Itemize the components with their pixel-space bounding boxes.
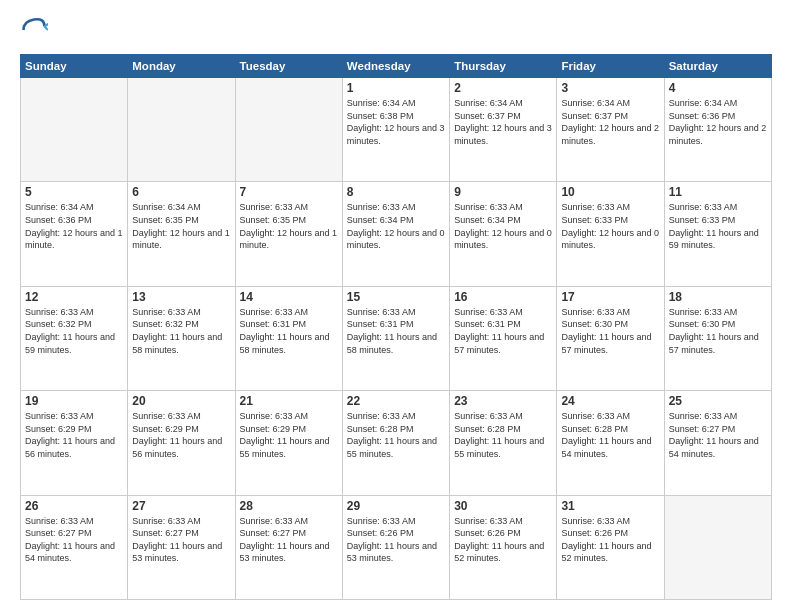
day-number: 31 [561,499,659,513]
day-cell: 6Sunrise: 6:34 AMSunset: 6:35 PMDaylight… [128,182,235,286]
day-cell: 15Sunrise: 6:33 AMSunset: 6:31 PMDayligh… [342,286,449,390]
day-info: Sunrise: 6:34 AMSunset: 6:35 PMDaylight:… [132,201,230,251]
day-cell: 14Sunrise: 6:33 AMSunset: 6:31 PMDayligh… [235,286,342,390]
day-cell: 18Sunrise: 6:33 AMSunset: 6:30 PMDayligh… [664,286,771,390]
day-cell: 19Sunrise: 6:33 AMSunset: 6:29 PMDayligh… [21,391,128,495]
day-number: 22 [347,394,445,408]
day-number: 27 [132,499,230,513]
day-cell: 21Sunrise: 6:33 AMSunset: 6:29 PMDayligh… [235,391,342,495]
day-cell [664,495,771,599]
day-info: Sunrise: 6:33 AMSunset: 6:30 PMDaylight:… [561,306,659,356]
day-cell: 25Sunrise: 6:33 AMSunset: 6:27 PMDayligh… [664,391,771,495]
day-cell [128,78,235,182]
week-row-4: 26Sunrise: 6:33 AMSunset: 6:27 PMDayligh… [21,495,772,599]
day-info: Sunrise: 6:33 AMSunset: 6:27 PMDaylight:… [669,410,767,460]
day-cell: 3Sunrise: 6:34 AMSunset: 6:37 PMDaylight… [557,78,664,182]
week-row-3: 19Sunrise: 6:33 AMSunset: 6:29 PMDayligh… [21,391,772,495]
day-info: Sunrise: 6:33 AMSunset: 6:29 PMDaylight:… [25,410,123,460]
day-info: Sunrise: 6:33 AMSunset: 6:27 PMDaylight:… [25,515,123,565]
day-info: Sunrise: 6:33 AMSunset: 6:31 PMDaylight:… [347,306,445,356]
calendar-table: SundayMondayTuesdayWednesdayThursdayFrid… [20,54,772,600]
day-info: Sunrise: 6:34 AMSunset: 6:36 PMDaylight:… [25,201,123,251]
day-info: Sunrise: 6:33 AMSunset: 6:26 PMDaylight:… [454,515,552,565]
logo [20,16,52,44]
day-number: 30 [454,499,552,513]
day-info: Sunrise: 6:33 AMSunset: 6:27 PMDaylight:… [240,515,338,565]
day-info: Sunrise: 6:33 AMSunset: 6:33 PMDaylight:… [669,201,767,251]
day-number: 2 [454,81,552,95]
day-number: 18 [669,290,767,304]
day-cell: 5Sunrise: 6:34 AMSunset: 6:36 PMDaylight… [21,182,128,286]
day-number: 9 [454,185,552,199]
day-cell: 20Sunrise: 6:33 AMSunset: 6:29 PMDayligh… [128,391,235,495]
day-number: 12 [25,290,123,304]
day-cell: 24Sunrise: 6:33 AMSunset: 6:28 PMDayligh… [557,391,664,495]
day-info: Sunrise: 6:33 AMSunset: 6:29 PMDaylight:… [132,410,230,460]
day-cell: 10Sunrise: 6:33 AMSunset: 6:33 PMDayligh… [557,182,664,286]
day-cell [21,78,128,182]
day-info: Sunrise: 6:33 AMSunset: 6:31 PMDaylight:… [454,306,552,356]
weekday-header-tuesday: Tuesday [235,55,342,78]
day-number: 1 [347,81,445,95]
day-cell: 23Sunrise: 6:33 AMSunset: 6:28 PMDayligh… [450,391,557,495]
day-number: 7 [240,185,338,199]
day-cell: 4Sunrise: 6:34 AMSunset: 6:36 PMDaylight… [664,78,771,182]
day-cell: 16Sunrise: 6:33 AMSunset: 6:31 PMDayligh… [450,286,557,390]
day-info: Sunrise: 6:33 AMSunset: 6:34 PMDaylight:… [454,201,552,251]
weekday-header-friday: Friday [557,55,664,78]
day-number: 3 [561,81,659,95]
day-number: 5 [25,185,123,199]
week-row-1: 5Sunrise: 6:34 AMSunset: 6:36 PMDaylight… [21,182,772,286]
weekday-header-thursday: Thursday [450,55,557,78]
day-number: 11 [669,185,767,199]
day-info: Sunrise: 6:33 AMSunset: 6:26 PMDaylight:… [561,515,659,565]
day-cell: 28Sunrise: 6:33 AMSunset: 6:27 PMDayligh… [235,495,342,599]
day-cell: 9Sunrise: 6:33 AMSunset: 6:34 PMDaylight… [450,182,557,286]
weekday-header-wednesday: Wednesday [342,55,449,78]
day-cell: 26Sunrise: 6:33 AMSunset: 6:27 PMDayligh… [21,495,128,599]
day-cell: 1Sunrise: 6:34 AMSunset: 6:38 PMDaylight… [342,78,449,182]
day-number: 24 [561,394,659,408]
day-info: Sunrise: 6:33 AMSunset: 6:27 PMDaylight:… [132,515,230,565]
day-cell: 13Sunrise: 6:33 AMSunset: 6:32 PMDayligh… [128,286,235,390]
day-number: 17 [561,290,659,304]
day-number: 26 [25,499,123,513]
weekday-header-sunday: Sunday [21,55,128,78]
day-cell: 17Sunrise: 6:33 AMSunset: 6:30 PMDayligh… [557,286,664,390]
day-info: Sunrise: 6:33 AMSunset: 6:28 PMDaylight:… [454,410,552,460]
day-info: Sunrise: 6:33 AMSunset: 6:33 PMDaylight:… [561,201,659,251]
day-number: 6 [132,185,230,199]
day-number: 25 [669,394,767,408]
weekday-header-monday: Monday [128,55,235,78]
day-info: Sunrise: 6:33 AMSunset: 6:28 PMDaylight:… [347,410,445,460]
day-info: Sunrise: 6:33 AMSunset: 6:29 PMDaylight:… [240,410,338,460]
day-info: Sunrise: 6:34 AMSunset: 6:38 PMDaylight:… [347,97,445,147]
day-cell: 31Sunrise: 6:33 AMSunset: 6:26 PMDayligh… [557,495,664,599]
day-cell: 11Sunrise: 6:33 AMSunset: 6:33 PMDayligh… [664,182,771,286]
day-cell: 27Sunrise: 6:33 AMSunset: 6:27 PMDayligh… [128,495,235,599]
day-cell: 2Sunrise: 6:34 AMSunset: 6:37 PMDaylight… [450,78,557,182]
day-info: Sunrise: 6:33 AMSunset: 6:31 PMDaylight:… [240,306,338,356]
header [20,16,772,44]
day-info: Sunrise: 6:34 AMSunset: 6:37 PMDaylight:… [561,97,659,147]
day-cell: 29Sunrise: 6:33 AMSunset: 6:26 PMDayligh… [342,495,449,599]
day-number: 8 [347,185,445,199]
day-cell: 12Sunrise: 6:33 AMSunset: 6:32 PMDayligh… [21,286,128,390]
day-number: 20 [132,394,230,408]
week-row-0: 1Sunrise: 6:34 AMSunset: 6:38 PMDaylight… [21,78,772,182]
logo-icon [20,16,48,44]
day-cell: 8Sunrise: 6:33 AMSunset: 6:34 PMDaylight… [342,182,449,286]
day-number: 15 [347,290,445,304]
day-info: Sunrise: 6:34 AMSunset: 6:37 PMDaylight:… [454,97,552,147]
day-number: 23 [454,394,552,408]
day-number: 10 [561,185,659,199]
day-number: 14 [240,290,338,304]
day-number: 21 [240,394,338,408]
day-info: Sunrise: 6:33 AMSunset: 6:30 PMDaylight:… [669,306,767,356]
day-cell [235,78,342,182]
day-info: Sunrise: 6:33 AMSunset: 6:26 PMDaylight:… [347,515,445,565]
day-info: Sunrise: 6:34 AMSunset: 6:36 PMDaylight:… [669,97,767,147]
day-cell: 30Sunrise: 6:33 AMSunset: 6:26 PMDayligh… [450,495,557,599]
day-info: Sunrise: 6:33 AMSunset: 6:32 PMDaylight:… [132,306,230,356]
day-info: Sunrise: 6:33 AMSunset: 6:28 PMDaylight:… [561,410,659,460]
